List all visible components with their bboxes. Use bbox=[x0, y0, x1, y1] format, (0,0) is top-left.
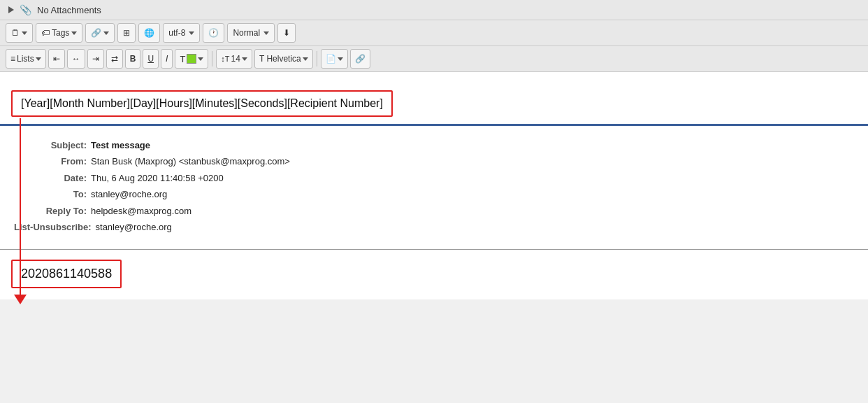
chevron-down-icon bbox=[103, 31, 109, 35]
subject-label: Subject: bbox=[14, 137, 91, 153]
replyto-label: Reply To: bbox=[14, 203, 91, 219]
chevron-down-icon bbox=[189, 31, 194, 35]
chevron-down-icon bbox=[242, 57, 247, 61]
date-value: Thu, 6 Aug 2020 11:40:58 +0200 bbox=[91, 170, 224, 186]
clock-button[interactable]: 🕐 bbox=[203, 23, 224, 43]
align-right-button[interactable]: ⇥ bbox=[87, 49, 104, 69]
to-label: To: bbox=[14, 186, 91, 202]
to-value: stanley@roche.org bbox=[91, 186, 167, 202]
toolbar-separator2 bbox=[317, 51, 317, 66]
link-button[interactable]: 🔗 bbox=[85, 23, 115, 43]
bottom-separator bbox=[0, 249, 868, 250]
toolbar1: 🗒 🏷 Tags 🔗 ⊞ 🌐 utf-8 🕐 Normal ⬇ bbox=[0, 20, 868, 46]
text-color-button[interactable]: T bbox=[175, 49, 208, 69]
formula-bar[interactable]: [Year][Month Number][Day][Hours][Minutes… bbox=[11, 90, 393, 117]
align-left-icon: ⇤ bbox=[53, 54, 60, 64]
from-label: From: bbox=[14, 153, 91, 169]
tags-button[interactable]: 🏷 Tags bbox=[36, 23, 82, 43]
replyto-value: helpdesk@maxprog.com bbox=[91, 203, 191, 219]
font-size-icon: ↕T bbox=[221, 55, 229, 63]
network-button[interactable]: ⊞ bbox=[117, 23, 136, 43]
priority-dropdown[interactable]: Normal bbox=[227, 23, 275, 43]
color-swatch bbox=[187, 54, 196, 64]
chevron-down-icon bbox=[303, 57, 308, 61]
align-center-icon: ↔ bbox=[72, 54, 80, 64]
list-icon: ≡ bbox=[10, 54, 15, 64]
network-icon: ⊞ bbox=[123, 28, 130, 38]
text-color-label: T bbox=[180, 54, 185, 64]
align-justify-button[interactable]: ⇄ bbox=[106, 49, 123, 69]
encoding-value: utf-8 bbox=[168, 28, 185, 38]
align-right-icon: ⇥ bbox=[92, 54, 99, 64]
red-arrow-line bbox=[20, 118, 21, 300]
listunsub-row: List-Unsubscribe: stanley@roche.org bbox=[14, 219, 854, 235]
font-name-button[interactable]: T Helvetica bbox=[254, 49, 313, 69]
subject-value: Test message bbox=[91, 137, 150, 153]
align-justify-icon: ⇄ bbox=[111, 54, 118, 64]
replyto-row: Reply To: helpdesk@maxprog.com bbox=[14, 203, 854, 219]
attachment-bar: 📎 No Attachments bbox=[0, 0, 868, 20]
bold-button[interactable]: B bbox=[125, 49, 141, 69]
chevron-down-icon bbox=[263, 31, 269, 35]
date-row: Date: Thu, 6 Aug 2020 11:40:58 +0200 bbox=[14, 170, 854, 186]
chevron-down-icon bbox=[338, 57, 343, 61]
red-arrow-head bbox=[14, 295, 27, 304]
from-value: Stan Busk (Maxprog) <stanbusk@maxprog.co… bbox=[91, 153, 290, 169]
align-center-button[interactable]: ↔ bbox=[67, 49, 85, 69]
download-button[interactable]: ⬇ bbox=[277, 23, 296, 43]
toolbar-separator bbox=[212, 51, 212, 66]
tags-label: Tags bbox=[52, 28, 69, 38]
globe-icon: 🌐 bbox=[144, 28, 154, 38]
link-icon: 🔗 bbox=[91, 28, 101, 38]
lists-button[interactable]: ≡ Lists bbox=[6, 49, 46, 69]
from-row: From: Stan Busk (Maxprog) <stanbusk@maxp… bbox=[14, 153, 854, 169]
result-box[interactable]: 2020861140588 bbox=[11, 260, 122, 288]
disclosure-triangle[interactable] bbox=[8, 6, 14, 13]
clock-icon: 🕐 bbox=[208, 28, 219, 38]
font-name-value: T Helvetica bbox=[259, 54, 301, 64]
main-content: [Year][Month Number][Day][Hours][Minutes… bbox=[0, 72, 868, 299]
font-size-value: 14 bbox=[231, 54, 240, 64]
encoding-dropdown[interactable]: utf-8 bbox=[163, 23, 200, 43]
date-label: Date: bbox=[14, 170, 91, 186]
font-size-button[interactable]: ↕T 14 bbox=[216, 49, 252, 69]
paperclip-icon: 📎 bbox=[20, 4, 31, 15]
subject-row: Subject: Test message bbox=[14, 137, 854, 153]
chevron-down-icon bbox=[36, 57, 41, 61]
link2-button[interactable]: 🔗 bbox=[350, 49, 370, 69]
globe-button[interactable]: 🌐 bbox=[138, 23, 160, 43]
listunsub-label: List-Unsubscribe: bbox=[14, 219, 96, 235]
page-icon: 📄 bbox=[326, 54, 336, 64]
new-document-button[interactable]: 🗒 bbox=[6, 23, 33, 43]
priority-value: Normal bbox=[233, 28, 260, 38]
attachment-label: No Attachments bbox=[37, 5, 101, 15]
tag-icon: 🏷 bbox=[41, 28, 50, 38]
align-left-button[interactable]: ⇤ bbox=[48, 49, 65, 69]
to-row: To: stanley@roche.org bbox=[14, 186, 854, 202]
email-preview: Subject: Test message From: Stan Busk (M… bbox=[0, 126, 868, 246]
toolbar2: ≡ Lists ⇤ ↔ ⇥ ⇄ B U I T ↕T 14 T Helvetic… bbox=[0, 46, 868, 72]
chevron-down-icon bbox=[22, 31, 27, 35]
download-icon: ⬇ bbox=[283, 28, 290, 38]
chevron-down-icon bbox=[198, 57, 203, 61]
lists-label: Lists bbox=[17, 54, 34, 64]
italic-button[interactable]: I bbox=[161, 49, 173, 69]
link2-icon: 🔗 bbox=[355, 54, 366, 64]
underline-button[interactable]: U bbox=[143, 49, 159, 69]
document-icon: 🗒 bbox=[11, 28, 20, 38]
page-icon-button[interactable]: 📄 bbox=[321, 49, 348, 69]
chevron-down-icon bbox=[71, 31, 77, 35]
listunsub-value: stanley@roche.org bbox=[96, 219, 172, 235]
